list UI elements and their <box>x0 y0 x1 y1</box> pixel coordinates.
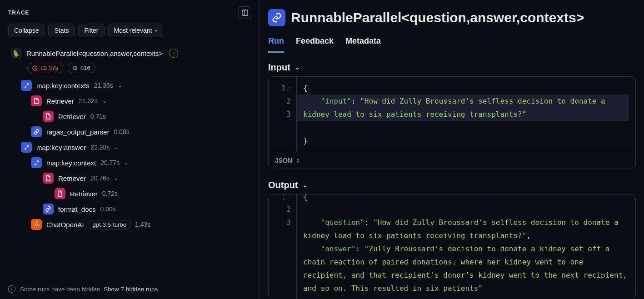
output-code-block: 123 { "question": "How did Zully Broussa… <box>268 194 636 299</box>
run-title: RunnableParallel<question,answer,context… <box>291 10 584 25</box>
status-success-icon: ✓ <box>169 49 178 58</box>
trace-node-ragas[interactable]: ragas_output_parser0.00s <box>28 124 132 140</box>
trace-tree: 🦜 RunnableParallel<question,answer,conte… <box>0 44 260 281</box>
document-icon <box>43 173 54 184</box>
info-icon: i <box>8 285 15 293</box>
chevron-down-icon: ▾ <box>155 28 157 33</box>
trace-node-ctx[interactable]: map:key:contexts21.35s⌄ <box>18 78 128 93</box>
trace-node-chat[interactable]: ChatOpenAIgpt-3.5-turbo1.43s <box>28 217 153 232</box>
trace-node-ret2b[interactable]: Retriever0.72s <box>52 186 120 201</box>
trace-node-ret1[interactable]: Retriever21.32s⌄ <box>28 93 112 109</box>
trace-node-ret1b[interactable]: Retriever0.71s <box>40 109 109 124</box>
detail-tabs: RunFeedbackMetadata <box>268 33 644 53</box>
hidden-runs-notice: i Some runs have been hidden. Show 7 hid… <box>0 281 260 299</box>
chain-icon <box>21 80 32 91</box>
model-badge: gpt-3.5-turbo <box>89 220 130 229</box>
collapse-button[interactable]: Collapse <box>8 24 45 37</box>
document-icon <box>31 95 42 106</box>
sort-dropdown[interactable]: Most relevant ▾ <box>108 24 163 37</box>
chevron-down-icon[interactable]: ⌄ <box>114 144 121 150</box>
stats-button[interactable]: Stats <box>48 24 75 37</box>
parrot-icon: 🦜 <box>11 48 22 59</box>
trace-heading: TRACE <box>8 10 29 16</box>
output-section-toggle[interactable]: Output ⌄ <box>268 180 644 190</box>
trace-toolbar: Collapse Stats Filter Most relevant ▾ <box>0 24 260 44</box>
show-hidden-link[interactable]: Show 7 hidden runs <box>104 286 158 293</box>
chevron-down-icon[interactable]: ⌄ <box>118 82 125 89</box>
panel-toggle-button[interactable] <box>239 6 251 19</box>
trace-panel: TRACE Collapse Stats Filter Most relevan… <box>0 0 260 299</box>
root-meta: 22.37s ⊝ 816 <box>8 61 255 78</box>
tab-feedback[interactable]: Feedback <box>296 33 334 53</box>
duration-pill: 22.37s <box>27 63 63 73</box>
chevron-down-icon[interactable]: ⌄ <box>114 175 121 181</box>
filter-button[interactable]: Filter <box>78 24 104 37</box>
chevron-down-icon[interactable]: ⌄ <box>102 98 110 104</box>
link-icon <box>268 9 285 26</box>
link-icon <box>31 126 42 137</box>
document-icon <box>55 188 65 199</box>
trace-root-node[interactable]: 🦜 RunnableParallel<question,answer,conte… <box>8 45 255 61</box>
link-icon <box>43 204 54 214</box>
detail-panel: RunnableParallel<question,answer,context… <box>260 0 644 299</box>
trace-node-ans[interactable]: map:key:answer22.28s⌄ <box>18 140 124 155</box>
trace-node-ret2[interactable]: Retriever20.76s⌄ <box>40 170 124 186</box>
tab-metadata[interactable]: Metadata <box>345 33 381 53</box>
chevron-down-icon: ⌄ <box>303 182 308 189</box>
token-icon: ⊝ <box>73 65 78 71</box>
chain-icon <box>31 157 42 168</box>
trace-node-fmt[interactable]: format_docs0.00s <box>40 201 119 217</box>
svg-point-3 <box>35 224 37 225</box>
input-code-block: 123 { "input": "How did Zully Broussard'… <box>268 76 636 169</box>
svg-rect-0 <box>242 10 248 15</box>
tab-run[interactable]: Run <box>268 33 284 53</box>
document-icon <box>43 111 54 122</box>
chain-icon <box>21 142 32 153</box>
input-section-toggle[interactable]: Input ⌄ <box>268 62 644 73</box>
tokens-pill: ⊝ 816 <box>68 63 95 73</box>
trace-node-ctx2[interactable]: map:key:context20.77s⌄ <box>28 155 134 170</box>
sort-icon: ▴▾ <box>297 158 299 163</box>
chevron-down-icon[interactable]: ⌄ <box>124 159 131 166</box>
format-selector[interactable]: JSON ▴▾ <box>269 152 635 169</box>
chevron-down-icon: ⌄ <box>295 64 300 71</box>
openai-icon <box>31 219 42 230</box>
